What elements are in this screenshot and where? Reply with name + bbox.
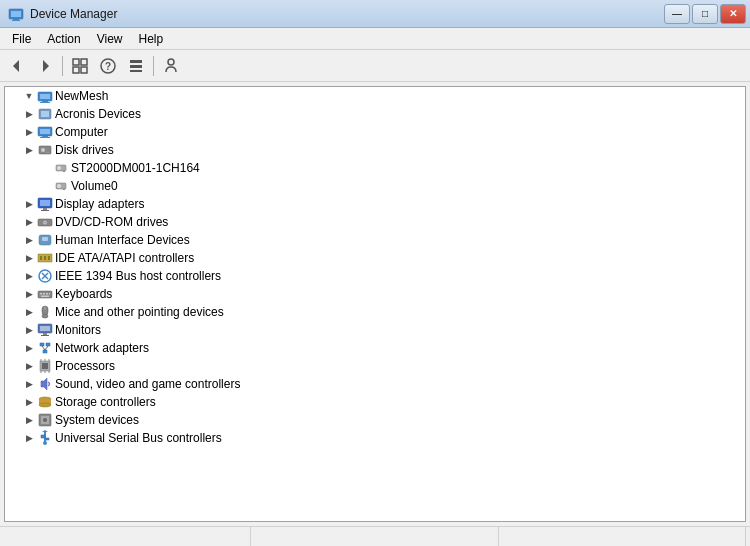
svg-rect-55 (49, 293, 50, 295)
forward-button[interactable] (32, 53, 58, 79)
tree-item-label: Storage controllers (55, 395, 156, 409)
svg-point-30 (57, 166, 61, 170)
tree-item[interactable]: ▶ST2000DM001-1CH164 (5, 159, 745, 177)
svg-rect-27 (41, 148, 45, 152)
expand-btn[interactable]: ▶ (21, 268, 37, 284)
expand-btn[interactable]: ▶ (21, 322, 37, 338)
network-icon (37, 340, 53, 356)
tree-item[interactable]: ▶Processors (5, 357, 745, 375)
svg-rect-38 (41, 210, 49, 211)
expand-btn[interactable]: ▶ (21, 412, 37, 428)
svg-point-88 (43, 441, 47, 445)
svg-rect-87 (46, 438, 49, 440)
root-expand[interactable]: ▼ (21, 88, 37, 104)
svg-marker-85 (42, 430, 48, 432)
back-button[interactable] (4, 53, 30, 79)
svg-rect-52 (40, 293, 42, 295)
tree-item[interactable]: ▶Display adapters (5, 195, 745, 213)
svg-point-80 (39, 403, 51, 407)
svg-rect-34 (63, 189, 65, 190)
tree-item[interactable]: ▶IEEE 1394 Bus host controllers (5, 267, 745, 285)
expand-btn[interactable]: ▶ (21, 142, 37, 158)
expand-btn[interactable]: ▶ (21, 286, 37, 302)
tree-item[interactable]: ▶System devices (5, 411, 745, 429)
svg-rect-14 (130, 70, 142, 72)
expand-btn[interactable]: ▶ (21, 232, 37, 248)
svg-rect-6 (73, 59, 79, 65)
expand-btn[interactable]: ▶ (21, 214, 37, 230)
dvd-icon (37, 214, 53, 230)
tree-item[interactable]: ▶Network adapters (5, 339, 745, 357)
tree-item[interactable]: ▶Mice and other pointing devices (5, 303, 745, 321)
tree-item-label: Mice and other pointing devices (55, 305, 224, 319)
tree-item[interactable]: ▶Monitors (5, 321, 745, 339)
expand-btn[interactable]: ▶ (21, 376, 37, 392)
maximize-button[interactable]: □ (692, 4, 718, 24)
tree-item[interactable]: ▶Computer (5, 123, 745, 141)
tree-item-label: Computer (55, 125, 108, 139)
tree-item-label: IEEE 1394 Bus host controllers (55, 269, 221, 283)
root-label: NewMesh (55, 89, 108, 103)
svg-line-68 (45, 346, 48, 350)
svg-rect-62 (43, 333, 47, 335)
list-view-button[interactable] (123, 53, 149, 79)
tree-item[interactable]: ▶Disk drives (5, 141, 745, 159)
menu-item-view[interactable]: View (89, 30, 131, 48)
svg-rect-54 (46, 293, 48, 295)
expand-btn[interactable]: ▶ (21, 358, 37, 374)
expand-btn[interactable]: ▶ (21, 124, 37, 140)
tree-item[interactable]: ▶Acronis Devices (5, 105, 745, 123)
ieee-icon (37, 268, 53, 284)
tree-item-label: Human Interface Devices (55, 233, 190, 247)
expand-btn[interactable]: ▶ (21, 196, 37, 212)
device-tree[interactable]: ▼ NewMesh ▶Acronis Devices▶Computer▶Disk… (4, 86, 746, 522)
tree-item[interactable]: ▶Volume0 (5, 177, 745, 195)
menu-item-action[interactable]: Action (39, 30, 88, 48)
svg-rect-3 (12, 20, 20, 21)
expand-btn[interactable]: ▶ (21, 250, 37, 266)
svg-rect-86 (41, 435, 45, 438)
expand-btn[interactable]: ▶ (21, 394, 37, 410)
sound-icon (37, 376, 53, 392)
title-bar: Device Manager — □ ✕ (0, 0, 750, 28)
tree-item[interactable]: ▶Universal Serial Bus controllers (5, 429, 745, 447)
expand-btn[interactable]: ▶ (21, 106, 37, 122)
tree-item-label: Keyboards (55, 287, 112, 301)
diskdrive-icon (37, 142, 53, 158)
tree-item-label: Display adapters (55, 197, 144, 211)
status-section-1 (4, 527, 251, 546)
svg-point-59 (42, 314, 48, 318)
close-button[interactable]: ✕ (720, 4, 746, 24)
svg-rect-18 (42, 101, 48, 102)
svg-rect-1 (11, 11, 21, 17)
svg-rect-53 (43, 293, 45, 295)
svg-text:?: ? (105, 61, 111, 72)
svg-rect-23 (40, 129, 50, 134)
tree-item-label: Disk drives (55, 143, 114, 157)
svg-point-41 (44, 222, 46, 224)
expand-btn[interactable]: ▶ (21, 430, 37, 446)
expand-btn[interactable]: ▶ (21, 304, 37, 320)
view-grid-button[interactable] (67, 53, 93, 79)
menu-item-file[interactable]: File (4, 30, 39, 48)
svg-rect-70 (42, 363, 48, 369)
tree-item[interactable]: ▶Storage controllers (5, 393, 745, 411)
tree-root[interactable]: ▼ NewMesh (5, 87, 745, 105)
main-area: ▼ NewMesh ▶Acronis Devices▶Computer▶Disk… (0, 82, 750, 526)
properties-button[interactable] (158, 53, 184, 79)
tree-item[interactable]: ▶IDE ATA/ATAPI controllers (5, 249, 745, 267)
tree-item-label: IDE ATA/ATAPI controllers (55, 251, 194, 265)
tree-item[interactable]: ▶Sound, video and game controllers (5, 375, 745, 393)
svg-rect-65 (46, 343, 50, 346)
menu-item-help[interactable]: Help (131, 30, 172, 48)
help-button[interactable]: ? (95, 53, 121, 79)
minimize-button[interactable]: — (664, 4, 690, 24)
svg-rect-2 (13, 19, 19, 20)
tree-item[interactable]: ▶Keyboards (5, 285, 745, 303)
tree-item[interactable]: ▶DVD/CD-ROM drives (5, 213, 745, 231)
expand-btn[interactable]: ▶ (21, 340, 37, 356)
svg-point-15 (168, 59, 174, 65)
tree-item[interactable]: ▶Human Interface Devices (5, 231, 745, 249)
tree-item-label: Monitors (55, 323, 101, 337)
usb-icon (37, 430, 53, 446)
